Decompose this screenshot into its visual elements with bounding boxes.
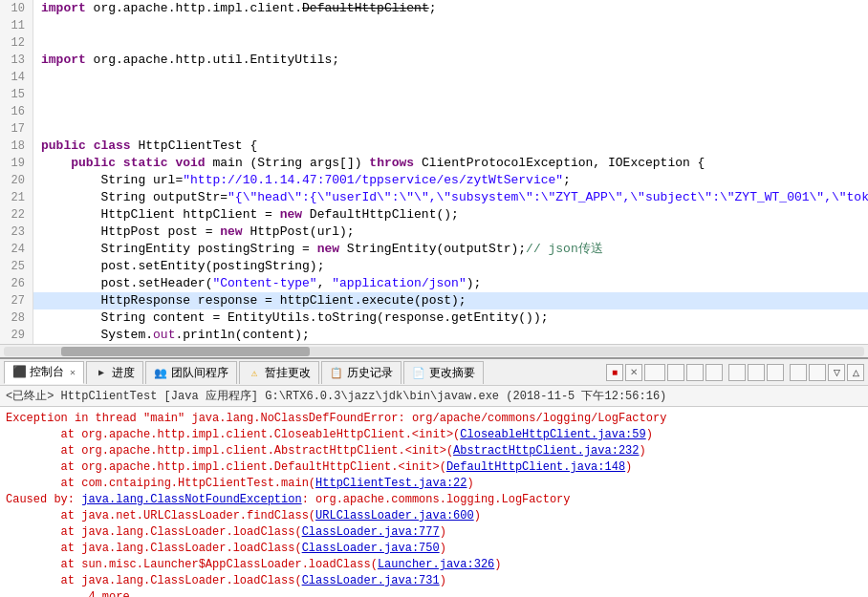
scrollbar-track[interactable] <box>4 347 864 356</box>
code-line-15: 15 <box>0 86 868 103</box>
console-line-8: at java.lang.ClassLoader.loadClass(Class… <box>6 541 862 557</box>
toolbar-btn-4[interactable] <box>705 364 723 381</box>
tab-summary-label: 更改摘要 <box>429 365 475 381</box>
code-line-27: 27 HttpResponse response = httpClient.ex… <box>0 292 868 309</box>
code-line-22: 22 HttpClient httpClient = new DefaultHt… <box>0 206 868 224</box>
remove-button[interactable]: ✕ <box>625 364 642 381</box>
console-line-2: at org.apache.http.impl.client.Closeable… <box>6 427 862 443</box>
team-icon: 👥 <box>154 366 167 379</box>
tab-history[interactable]: 📋 历史记录 <box>321 361 401 384</box>
console-line-9: at sun.misc.Launcher$AppClassLoader.load… <box>6 557 862 573</box>
history-icon: 📋 <box>330 366 343 379</box>
code-line-19: 19 public static void main (String args[… <box>0 155 868 172</box>
link-launcher[interactable]: Launcher.java:326 <box>378 558 494 571</box>
link-closeablehttpclient[interactable]: CloseableHttpClient.java:59 <box>460 428 645 441</box>
stop-button[interactable]: ■ <box>606 364 623 381</box>
console-line-10: at java.lang.ClassLoader.loadClass(Class… <box>6 573 862 589</box>
tab-team-program[interactable]: 👥 团队间程序 <box>145 361 237 384</box>
summary-icon: 📄 <box>412 366 425 379</box>
code-line-10: 10 import org.apache.http.impl.client.De… <box>0 0 868 17</box>
suspend-icon: ⚠ <box>248 366 261 379</box>
scrollbar-thumb[interactable] <box>61 347 310 356</box>
link-httpclienttest[interactable]: HttpClientTest.java:22 <box>315 477 467 490</box>
tab-console-label: 控制台 <box>30 364 64 380</box>
code-line-26: 26 post.setHeader("Content-type", "appli… <box>0 275 868 292</box>
code-line-29: 29 System.out.println(content); <box>0 327 868 344</box>
link-classloader-2[interactable]: ClassLoader.java:750 <box>302 542 440 555</box>
horizontal-scrollbar[interactable] <box>0 344 868 357</box>
tab-team-label: 团队间程序 <box>171 365 228 381</box>
tab-summary[interactable]: 📄 更改摘要 <box>403 361 484 384</box>
bottom-panel: ⬛ 控制台 ✕ ▶ 进度 👥 团队间程序 ⚠ 暂挂更改 📋 历史记录 📄 更改摘… <box>0 357 868 597</box>
tab-progress-label: 进度 <box>112 365 135 381</box>
toolbar-btn-3[interactable] <box>686 364 704 381</box>
code-line-25: 25 post.setEntity(postingString); <box>0 258 868 275</box>
link-classloader-3[interactable]: ClassLoader.java:731 <box>302 574 440 587</box>
toolbar-btn-8[interactable] <box>790 364 807 381</box>
code-line-23: 23 HttpPost post = new HttpPost(url); <box>0 224 868 241</box>
console-output: Exception in thread "main" java.lang.NoC… <box>0 407 868 597</box>
status-text: <已终止> HttpClientTest [Java 应用程序] G:\RTX6… <box>6 388 666 404</box>
code-line-28: 28 String content = EntityUtils.toString… <box>0 309 868 327</box>
console-line-7: at java.lang.ClassLoader.loadClass(Class… <box>6 524 862 541</box>
link-classnotfound[interactable]: java.lang.ClassNotFoundException <box>81 493 301 506</box>
maximize-panel-button[interactable]: △ <box>847 364 864 381</box>
console-line-6: at java.net.URLClassLoader.findClass(URL… <box>6 508 862 524</box>
code-line-18: 18 public class HttpClientTest { <box>0 138 868 155</box>
tab-toolbar: ■ ✕ ▽ △ <box>606 364 864 381</box>
toolbar-btn-5[interactable] <box>728 364 746 381</box>
link-defaulthttpclient[interactable]: DefaultHttpClient.java:148 <box>446 460 625 474</box>
console-line-3: at org.apache.http.impl.client.AbstractH… <box>6 443 862 459</box>
tab-progress[interactable]: ▶ 进度 <box>86 361 143 384</box>
link-urlclassloader[interactable]: URLClassLoader.java:600 <box>315 509 474 522</box>
toolbar-btn-9[interactable] <box>809 364 826 381</box>
minimize-panel-button[interactable]: ▽ <box>828 364 845 381</box>
code-line-20: 20 String url="http://10.1.14.47:7001/tp… <box>0 172 868 189</box>
console-line-4: at org.apache.http.impl.client.DefaultHt… <box>6 459 862 476</box>
tab-suspend[interactable]: ⚠ 暂挂更改 <box>239 361 319 384</box>
code-editor[interactable]: 10 import org.apache.http.impl.client.De… <box>0 0 868 344</box>
code-line-13: 13 import org.apache.http.util.EntityUti… <box>0 52 868 69</box>
link-classloader-1[interactable]: ClassLoader.java:777 <box>302 525 440 539</box>
console-line-1: Exception in thread "main" java.lang.NoC… <box>6 411 862 427</box>
tab-bar: ⬛ 控制台 ✕ ▶ 进度 👥 团队间程序 ⚠ 暂挂更改 📋 历史记录 📄 更改摘… <box>0 359 868 386</box>
tab-history-label: 历史记录 <box>347 365 393 381</box>
code-line-21: 21 String outputStr="{\"head\":{\"userId… <box>0 189 868 206</box>
console-line-caused: Caused by: java.lang.ClassNotFoundExcept… <box>6 492 862 508</box>
code-line-24: 24 StringEntity postingString = new Stri… <box>0 241 868 258</box>
tab-suspend-label: 暂挂更改 <box>265 365 311 381</box>
code-line-16: 16 <box>0 103 868 120</box>
status-line: <已终止> HttpClientTest [Java 应用程序] G:\RTX6… <box>0 386 868 407</box>
toolbar-btn-7[interactable] <box>767 364 784 381</box>
toolbar-btn-1[interactable] <box>644 364 665 381</box>
toolbar-btn-2[interactable] <box>667 364 684 381</box>
tab-console[interactable]: ⬛ 控制台 ✕ <box>4 361 84 384</box>
console-line-5: at com.cntaiping.HttpClientTest.main(Htt… <box>6 476 862 492</box>
tab-console-close[interactable]: ✕ <box>70 367 76 378</box>
link-abstracthttpclient[interactable]: AbstractHttpClient.java:232 <box>453 444 639 458</box>
console-line-11: ... 4 more <box>6 589 862 597</box>
code-line-14: 14 <box>0 69 868 86</box>
code-line-11: 11 <box>0 17 868 34</box>
progress-icon: ▶ <box>95 366 108 379</box>
code-line-12: 12 <box>0 34 868 52</box>
code-line-17: 17 <box>0 120 868 138</box>
toolbar-btn-6[interactable] <box>748 364 765 381</box>
console-icon: ⬛ <box>12 366 26 379</box>
